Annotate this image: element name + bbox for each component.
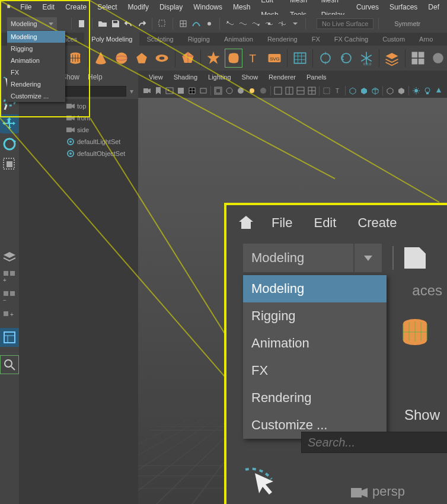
vp-menu-shading[interactable]: Shading: [169, 74, 202, 81]
poly-star-icon[interactable]: [205, 49, 222, 68]
menu-def[interactable]: Def: [423, 0, 445, 15]
outliner-item-top[interactable]: top: [19, 100, 138, 112]
menu-file[interactable]: File: [15, 0, 37, 15]
live-surface-label[interactable]: No Live Surface: [317, 18, 373, 29]
snap-set2-icon[interactable]: −: [0, 288, 19, 307]
curve-snap5-icon[interactable]: [277, 18, 288, 29]
vp-wire-icon[interactable]: [224, 85, 235, 96]
snap-curve-icon[interactable]: [191, 18, 202, 29]
quad-icon[interactable]: [408, 49, 426, 68]
mode-option-animation[interactable]: Animation: [7, 55, 65, 66]
scale-tool-icon[interactable]: [0, 155, 19, 174]
outliner-menu-help[interactable]: Help: [88, 73, 103, 81]
snap-grid-icon[interactable]: [178, 18, 189, 29]
symmetry-label[interactable]: Symmetr: [394, 20, 420, 27]
folder-icon[interactable]: [97, 18, 108, 29]
vp-image-icon[interactable]: [164, 85, 175, 96]
select-tool-icon[interactable]: [157, 18, 168, 29]
shelf-tab-fxcaching[interactable]: FX Caching: [327, 33, 375, 46]
shelf-tab-animation[interactable]: Animation: [217, 33, 260, 46]
vp-text-icon[interactable]: T: [333, 85, 343, 96]
vp-iso4-icon[interactable]: [385, 85, 395, 96]
menu-display[interactable]: Display: [154, 0, 188, 15]
search-tool-icon[interactable]: [0, 355, 19, 374]
construction-plane-icon[interactable]: [317, 49, 334, 68]
panel-layout-icon[interactable]: [0, 328, 19, 347]
vp-layout4-icon[interactable]: [306, 85, 317, 96]
poly-sphere-icon[interactable]: [113, 49, 130, 68]
shelf-tab-rigging[interactable]: Rigging: [181, 33, 217, 46]
mode-option-customize[interactable]: Customize ...: [7, 90, 65, 102]
chevron-down-icon[interactable]: ▾: [130, 87, 133, 95]
sweep-icon[interactable]: [337, 49, 355, 68]
vp-layout1-icon[interactable]: [273, 85, 283, 96]
curve-snap3-icon[interactable]: [251, 18, 261, 29]
vp-iso2-icon[interactable]: [359, 85, 369, 96]
shelf-tab-rendering[interactable]: Rendering: [260, 33, 305, 46]
vp-iso1-icon[interactable]: [347, 85, 358, 96]
vp-xray-icon[interactable]: [321, 85, 332, 96]
vp-bookmark-icon[interactable]: [153, 85, 164, 96]
vp-2d-icon[interactable]: [175, 85, 186, 96]
poly-prism-icon[interactable]: [133, 49, 151, 68]
curve-snap-icon[interactable]: [225, 18, 235, 29]
vp-sun-icon[interactable]: [411, 85, 422, 96]
poly-calendar-icon[interactable]: [291, 49, 309, 68]
poly-svg-icon[interactable]: SVG: [266, 49, 283, 68]
new-scene-icon[interactable]: [76, 18, 87, 29]
vp-menu-panels[interactable]: Panels: [302, 74, 331, 81]
snap-set3-icon[interactable]: +: [0, 308, 19, 327]
vp-iso3-icon[interactable]: [370, 85, 381, 96]
layer-stack-icon[interactable]: [0, 247, 19, 266]
mode-option-rendering[interactable]: Rendering: [7, 78, 65, 90]
mode-dropdown[interactable]: Modeling: [7, 17, 57, 30]
move-tool-icon[interactable]: [0, 114, 19, 133]
snowflake-icon[interactable]: 0,0,0: [357, 49, 375, 68]
menu-select[interactable]: Select: [92, 0, 122, 15]
menu-surfaces[interactable]: Surfaces: [384, 0, 423, 15]
vp-film-icon[interactable]: [198, 85, 209, 96]
curve-snap2-icon[interactable]: [238, 18, 248, 29]
menu-modify[interactable]: Modify: [123, 0, 154, 15]
poly-cone-icon[interactable]: [92, 49, 110, 68]
home-icon[interactable]: [6, 3, 11, 12]
vp-bulb-icon[interactable]: [422, 85, 433, 96]
vp-menu-show[interactable]: Show: [237, 74, 263, 81]
menu-curves[interactable]: Curves: [351, 0, 384, 15]
rotate-tool-icon[interactable]: [0, 135, 19, 154]
vp-spot-icon[interactable]: [433, 85, 444, 96]
vp-layout2-icon[interactable]: [284, 85, 295, 96]
curve-snap4-icon[interactable]: [264, 18, 274, 29]
poly-cylinder-icon[interactable]: [66, 49, 84, 68]
vp-grid-icon[interactable]: [187, 85, 197, 96]
vp-menu-lighting[interactable]: Lighting: [203, 74, 236, 81]
poly-torus-icon[interactable]: [153, 49, 171, 68]
shelf-tab-arnold[interactable]: Arno: [412, 33, 440, 46]
mode-option-fx[interactable]: FX: [7, 66, 65, 78]
vp-iso5-icon[interactable]: [396, 85, 407, 96]
vp-menu-view[interactable]: View: [144, 74, 168, 81]
snap-set-icon[interactable]: +: [0, 267, 19, 286]
redo-icon[interactable]: [136, 18, 147, 29]
shelf-tab-sculpting[interactable]: Sculpting: [139, 33, 180, 46]
vp-layout3-icon[interactable]: [295, 85, 306, 96]
grid-icon[interactable]: [429, 49, 447, 68]
menu-windows[interactable]: Windows: [188, 0, 228, 15]
shelf-tab-fx[interactable]: FX: [305, 33, 327, 46]
save-icon[interactable]: [110, 18, 121, 29]
outliner-item-front[interactable]: front: [19, 112, 138, 124]
menu-edit[interactable]: Edit: [37, 0, 60, 15]
menu-mesh[interactable]: Mesh: [228, 0, 256, 15]
outliner-item-objectset[interactable]: defaultObjectSet: [19, 148, 138, 160]
shelf-tab-polymodeling[interactable]: Poly Modeling: [84, 33, 139, 46]
snap-point-icon[interactable]: [204, 18, 215, 29]
outliner-item-side[interactable]: side: [19, 124, 138, 136]
vp-light-icon[interactable]: [247, 85, 257, 96]
poly-superellipse-icon[interactable]: [225, 49, 242, 68]
shelf-tab-custom[interactable]: Custom: [375, 33, 412, 46]
poly-type-icon[interactable]: T: [245, 49, 263, 68]
mode-option-modeling[interactable]: Modeling: [7, 31, 65, 43]
layer-icon[interactable]: [383, 49, 401, 68]
vp-shade-icon[interactable]: [235, 85, 246, 96]
vp-menu-renderer[interactable]: Renderer: [264, 74, 301, 81]
